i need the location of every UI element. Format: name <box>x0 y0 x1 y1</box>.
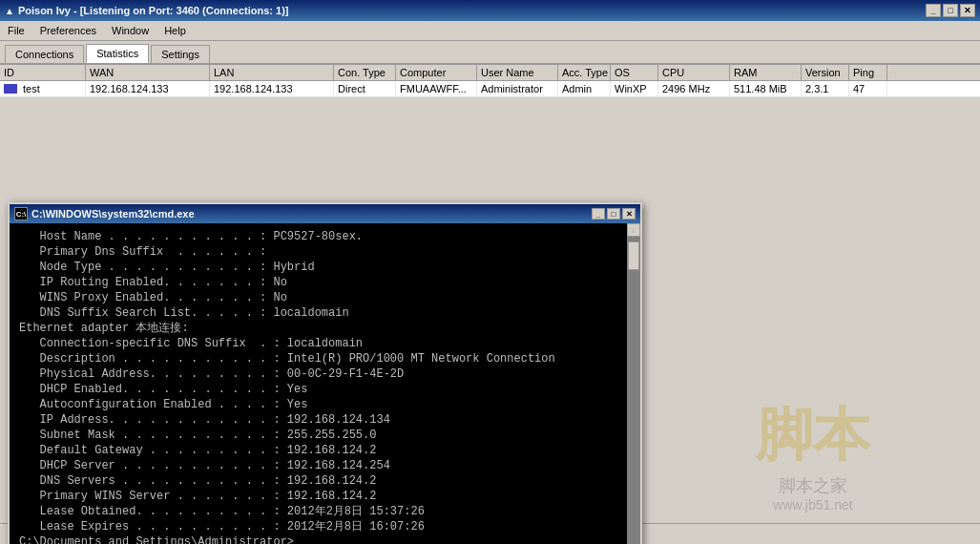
col-header-user: User Name <box>477 65 558 80</box>
maximize-button[interactable]: □ <box>943 4 958 17</box>
menu-file[interactable]: File <box>0 23 32 38</box>
cell-computer: FMUAAWFF... <box>396 81 477 96</box>
cell-wan: 192.168.124.133 <box>86 81 210 96</box>
cmd-window[interactable]: C:\ C:\WINDOWS\system32\cmd.exe _ □ ✕ Ho… <box>8 202 642 544</box>
cmd-title-bar: C:\ C:\WINDOWS\system32\cmd.exe _ □ ✕ <box>10 204 640 223</box>
table-row[interactable]: test 192.168.124.133 192.168.124.133 Dir… <box>0 81 980 97</box>
cell-lan: 192.168.124.133 <box>210 81 334 96</box>
table-header: ID WAN LAN Con. Type Computer User Name … <box>0 65 980 81</box>
cmd-scrollbar[interactable]: ▲ ▼ <box>627 223 640 544</box>
cmd-line: Node Type . . . . . . . . . . . : Hybrid <box>19 260 631 275</box>
cell-type: Direct <box>334 81 396 96</box>
watermark-site: 脚本之家 <box>756 474 870 497</box>
cmd-line: Primary WINS Server . . . . . . . : 192.… <box>19 489 631 504</box>
col-header-os: OS <box>611 65 658 80</box>
minimize-button[interactable]: _ <box>926 4 941 17</box>
cell-os: WinXP <box>611 81 658 96</box>
cmd-line: Default Gateway . . . . . . . . . : 192.… <box>19 443 631 458</box>
cmd-line: Description . . . . . . . . . . . : Inte… <box>19 351 631 366</box>
close-button[interactable]: ✕ <box>960 4 975 17</box>
col-header-wan: WAN <box>86 65 210 80</box>
scrollbar-up-button[interactable]: ▲ <box>627 223 640 237</box>
col-header-type: Con. Type <box>334 65 396 80</box>
tab-statistics[interactable]: Statistics <box>86 44 149 63</box>
col-header-cpu: CPU <box>658 65 730 80</box>
cmd-line: C:\Documents and Settings\Administrator> <box>19 534 631 544</box>
cmd-line: IP Address. . . . . . . . . . . . : 192.… <box>19 412 631 428</box>
cmd-line: DHCP Server . . . . . . . . . . . : 192.… <box>19 458 631 473</box>
cmd-title-left: C:\ C:\WINDOWS\system32\cmd.exe <box>14 207 195 220</box>
cmd-line: DNS Servers . . . . . . . . . . . : 192.… <box>19 473 631 489</box>
col-header-acc: Acc. Type <box>558 65 611 80</box>
cmd-close-button[interactable]: ✕ <box>622 208 636 220</box>
title-bar: ▲ Poison Ivy - [Listening on Port: 3460 … <box>0 0 980 21</box>
cell-id: test <box>0 81 86 96</box>
cmd-icon: C:\ <box>14 207 28 220</box>
cmd-line: Connection-specific DNS Suffix . : local… <box>19 336 631 351</box>
menu-preferences[interactable]: Preferences <box>32 23 104 38</box>
cmd-title-text: C:\WINDOWS\system32\cmd.exe <box>31 208 195 220</box>
cmd-line: WINS Proxy Enabled. . . . . . . : No <box>19 290 631 305</box>
tab-connections[interactable]: Connections <box>5 45 84 63</box>
main-area: C:\ C:\WINDOWS\system32\cmd.exe _ □ ✕ Ho… <box>0 97 980 544</box>
cmd-line: Subnet Mask . . . . . . . . . . . : 255.… <box>19 428 631 443</box>
cmd-line: Lease Expires . . . . . . . . . . : 2012… <box>19 519 631 534</box>
col-header-comp: Computer <box>396 65 477 80</box>
app-icon: ▲ <box>5 6 14 16</box>
cell-user: Administrator <box>477 81 558 96</box>
menu-bar: File Preferences Window Help <box>0 21 980 41</box>
cmd-line: Physical Address. . . . . . . . . : 00-0… <box>19 366 631 382</box>
cell-cpu: 2496 MHz <box>658 81 730 96</box>
scrollbar-thumb[interactable] <box>628 241 639 270</box>
scrollbar-track <box>627 237 640 544</box>
col-header-ping: Ping <box>849 65 887 80</box>
cell-version: 2.3.1 <box>802 81 849 96</box>
title-bar-buttons[interactable]: _ □ ✕ <box>926 4 975 17</box>
cell-ping: 47 <box>849 81 887 96</box>
menu-window[interactable]: Window <box>104 23 156 38</box>
cmd-line: Ethernet adapter 本地连接: <box>19 321 631 336</box>
col-header-ram: RAM <box>730 65 802 80</box>
cell-ram: 511.48 MiB <box>730 81 802 96</box>
watermark-logo: 脚本 <box>756 397 870 474</box>
cmd-line: DNS Suffix Search List. . . . . : locald… <box>19 305 631 321</box>
cell-acc: Admin <box>558 81 611 96</box>
title-bar-left: ▲ Poison Ivy - [Listening on Port: 3460 … <box>5 5 288 16</box>
cmd-minimize-button[interactable]: _ <box>592 208 605 220</box>
tab-bar: Connections Statistics Settings <box>0 41 980 65</box>
cmd-line: Primary Dns Suffix . . . . . . : <box>19 244 631 260</box>
tab-settings[interactable]: Settings <box>151 45 210 63</box>
cmd-content: Host Name . . . . . . . . . . . : PC9527… <box>19 229 631 544</box>
cmd-line: DHCP Enabled. . . . . . . . . . . : Yes <box>19 382 631 397</box>
menu-help[interactable]: Help <box>156 23 194 38</box>
watermark-area: 脚本 脚本之家 www.jb51.net <box>646 359 980 544</box>
cmd-line: IP Routing Enabled. . . . . . . : No <box>19 275 631 290</box>
window-title: Poison Ivy - [Listening on Port: 3460 (C… <box>18 5 289 16</box>
cmd-maximize-button[interactable]: □ <box>607 208 620 220</box>
watermark: 脚本 脚本之家 www.jb51.net <box>756 397 870 513</box>
col-header-lan: LAN <box>210 65 334 80</box>
cmd-line: Lease Obtained. . . . . . . . . . : 2012… <box>19 504 631 519</box>
cmd-line: Autoconfiguration Enabled . . . . : Yes <box>19 397 631 412</box>
col-header-version: Version <box>802 65 849 80</box>
col-header-id: ID <box>0 65 86 80</box>
computer-icon <box>4 84 17 94</box>
watermark-url: www.jb51.net <box>756 497 870 513</box>
cmd-body: Host Name . . . . . . . . . . . : PC9527… <box>10 223 640 544</box>
cmd-line: Host Name . . . . . . . . . . . : PC9527… <box>19 229 631 244</box>
cmd-title-buttons[interactable]: _ □ ✕ <box>592 208 636 220</box>
